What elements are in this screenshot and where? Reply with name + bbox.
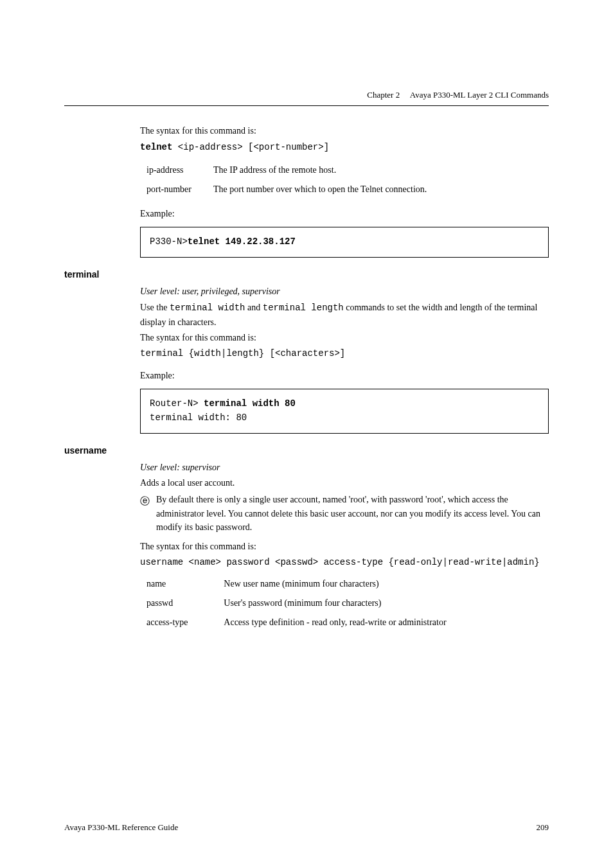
telnet-syntax-args: <ip-address> [<port-number>] — [172, 142, 329, 152]
info-icon: ⓔ — [140, 493, 150, 508]
desc-code: terminal width — [170, 303, 245, 313]
telnet-param-table: ip-address The IP address of the remote … — [147, 161, 427, 199]
desc-code: terminal length — [263, 303, 344, 313]
username-desc: Adds a local user account. — [140, 476, 549, 490]
code-output: terminal width: 80 — [150, 412, 247, 423]
section-terminal-heading: terminal — [64, 269, 549, 279]
table-row: port-number The port number over which t… — [147, 180, 427, 199]
username-note: ⓔ By default there is only a single user… — [140, 493, 549, 535]
param-desc: Access type definition - read only, read… — [224, 613, 446, 632]
username-userlevel: User level: supervisor — [140, 461, 549, 475]
terminal-description: Use the terminal width and terminal leng… — [140, 301, 549, 329]
param-name: passwd — [147, 594, 224, 613]
param-name: name — [147, 574, 224, 594]
header-rule: Chapter 2 Avaya P330-ML Layer 2 CLI Comm… — [64, 90, 549, 106]
footer-page-number: 209 — [537, 822, 549, 833]
page-header: Chapter 2 Avaya P330-ML Layer 2 CLI Comm… — [64, 90, 549, 100]
terminal-code-box: Router-N> terminal width 80 terminal wid… — [140, 389, 549, 433]
telnet-syntax-intro: The syntax for this command is: — [140, 124, 549, 138]
username-param-table: name New user name (minimum four charact… — [147, 574, 447, 632]
param-name: access-type — [147, 613, 224, 632]
param-desc: User's password (minimum four characters… — [224, 594, 446, 613]
desc-text: Use the — [140, 303, 170, 312]
username-syntax: username <name> password <passwd> access… — [140, 556, 549, 570]
desc-text: and — [245, 303, 263, 312]
header-title: Avaya P330-ML Layer 2 CLI Commands — [410, 90, 549, 100]
terminal-block: User level: user, privileged, supervisor… — [140, 285, 549, 434]
terminal-userlevel: User level: user, privileged, supervisor — [140, 285, 549, 299]
param-desc: The IP address of the remote host. — [213, 161, 427, 180]
terminal-syntax: terminal {width|length} [<characters>] — [140, 347, 549, 361]
section-username-heading: username — [64, 445, 549, 456]
table-row: ip-address The IP address of the remote … — [147, 161, 427, 180]
telnet-code-box: P330-N>telnet 149.22.38.127 — [140, 227, 549, 258]
table-row: passwd User's password (minimum four cha… — [147, 594, 447, 613]
code-prefix: Router-N> — [150, 398, 204, 409]
table-row: access-type Access type definition - rea… — [147, 613, 447, 632]
code-command: telnet 149.22.38.127 — [188, 236, 296, 247]
username-block: User level: supervisor Adds a local user… — [140, 461, 549, 632]
telnet-syntax-cmd: telnet — [140, 142, 172, 152]
param-desc: New user name (minimum four characters) — [224, 574, 446, 594]
username-syntax-label: The syntax for this command is: — [140, 540, 549, 554]
footer-left: Avaya P330-ML Reference Guide — [64, 822, 178, 833]
param-name: port-number — [147, 180, 213, 199]
telnet-example-label: Example: — [140, 207, 549, 221]
table-row: name New user name (minimum four charact… — [147, 574, 447, 594]
header-chapter: Chapter 2 — [367, 90, 400, 100]
param-name: ip-address — [147, 161, 213, 180]
note-text: By default there is only a single user a… — [156, 493, 549, 535]
telnet-block: The syntax for this command is: telnet <… — [140, 124, 549, 258]
terminal-syntax-label: The syntax for this command is: — [140, 331, 549, 345]
code-command: terminal width 80 — [204, 398, 296, 409]
page-footer: Avaya P330-ML Reference Guide 209 — [64, 822, 549, 833]
param-desc: The port number over which to open the T… — [213, 180, 427, 199]
terminal-example-label: Example: — [140, 369, 549, 383]
telnet-syntax: telnet <ip-address> [<port-number>] — [140, 140, 549, 155]
code-prefix: P330-N> — [150, 236, 188, 247]
